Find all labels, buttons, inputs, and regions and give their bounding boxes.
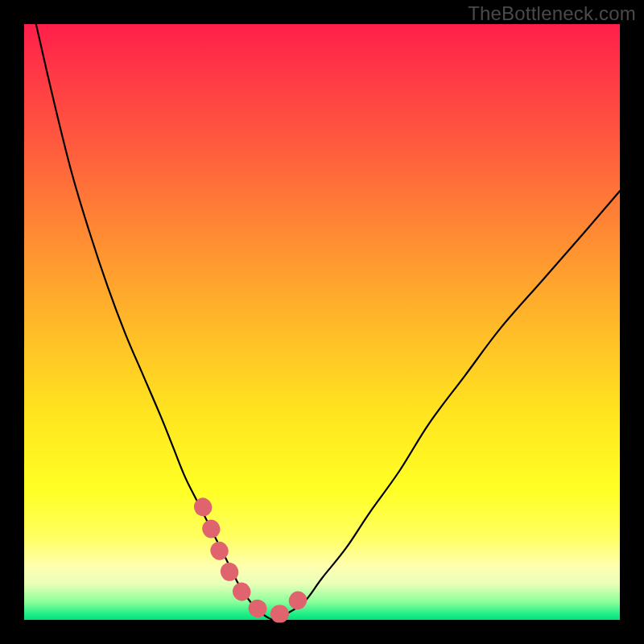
curve-layer — [24, 24, 620, 620]
bottleneck-curve — [36, 24, 620, 620]
chart-frame: TheBottleneck.com — [0, 0, 644, 644]
plot-area — [24, 24, 620, 620]
highlight-markers — [203, 506, 310, 613]
attribution-text: TheBottleneck.com — [468, 2, 636, 25]
